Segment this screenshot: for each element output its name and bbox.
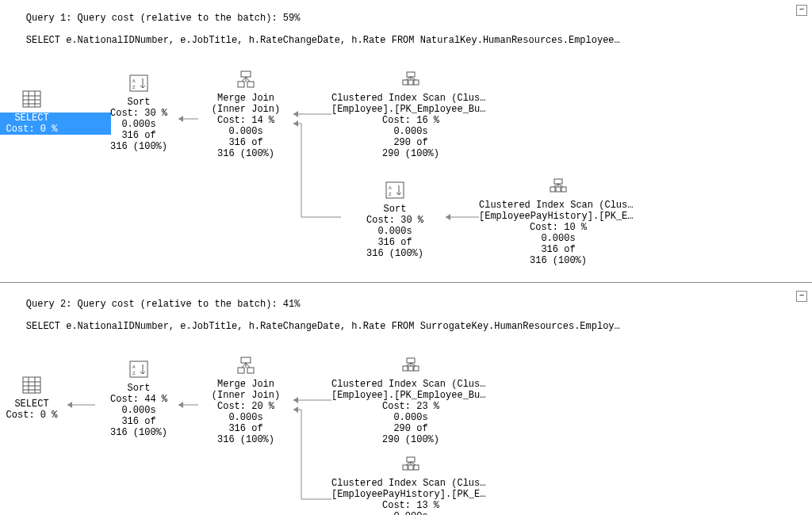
q2-scan2-obj: [EmployeePayHistory].[PK_Emp…: [331, 489, 490, 500]
svg-rect-47: [414, 366, 419, 371]
query1-sql-line: SELECT e.NationalIDNumber, e.JobTitle, h…: [26, 35, 620, 46]
query1-plan: SELECT Cost: 0 % AZ Sort Cost: 30 % 0.00…: [0, 59, 812, 280]
q2-scan-pct: 290 (100%): [331, 434, 490, 445]
sort2-rows: 316 of: [316, 237, 474, 248]
svg-rect-43: [247, 368, 254, 373]
query2-collapse-button[interactable]: −: [796, 291, 807, 302]
q2-merge-cost: Cost: 20 %: [167, 401, 325, 412]
svg-rect-27: [561, 187, 566, 192]
query1-node-scan-payhistory[interactable]: Clustered Index Scan (Cluste… [EmployeeP…: [479, 177, 638, 266]
svg-rect-16: [247, 82, 254, 87]
svg-rect-25: [550, 187, 555, 192]
query2-plan: SELECT Cost: 0 % AZ Sort Cost: 44 % 0.00…: [0, 345, 812, 515]
merge-time: 0.000s: [167, 126, 325, 137]
index-scan-icon: [401, 357, 420, 374]
merge-cost: Cost: 14 %: [167, 115, 325, 126]
svg-rect-15: [238, 82, 244, 87]
q2-merge-time: 0.000s: [167, 412, 325, 423]
svg-rect-19: [408, 80, 413, 85]
svg-rect-5: [23, 91, 40, 107]
query2-node-merge[interactable]: Merge Join (Inner Join) Cost: 20 % 0.000…: [167, 357, 325, 445]
query1-node-scan-employee[interactable]: Clustered Index Scan (Cluste… [Employee]…: [331, 71, 490, 159]
scan2-op: Clustered Index Scan (Cluste…: [479, 200, 638, 211]
q2-merge-rows: 316 of: [167, 423, 325, 434]
index-scan-icon: [401, 456, 420, 473]
sort-icon: AZ: [129, 360, 148, 378]
query1-cost-line: Query 1: Query cost (relative to the bat…: [26, 13, 301, 24]
q2-scan-time: 0.000s: [331, 412, 490, 423]
scan2-time: 0.000s: [479, 233, 638, 244]
scan-cost: Cost: 16 %: [331, 115, 490, 126]
query1-header: Query 1: Query cost (relative to the bat…: [0, 0, 791, 59]
query2-sql-line: SELECT e.NationalIDNumber, e.JobTitle, h…: [26, 321, 620, 332]
scan2-rows: 316 of: [479, 244, 638, 255]
index-scan-icon: [549, 177, 568, 195]
q2-scan2-time: 0.000s: [331, 511, 490, 515]
q2-scan-cost: Cost: 23 %: [331, 401, 490, 412]
q2-scan2-cost: Cost: 13 %: [331, 500, 490, 511]
q2-merge-pct: 316 (100%): [167, 434, 325, 445]
q2-merge-op: Merge Join: [167, 379, 325, 390]
query1-block: Query 1: Query cost (relative to the bat…: [0, 0, 812, 280]
scan-pct: 290 (100%): [331, 148, 490, 159]
sort2-cost: Cost: 30 %: [316, 215, 474, 226]
merge-join-icon: [236, 71, 255, 88]
svg-rect-41: [241, 357, 251, 363]
svg-rect-44: [407, 358, 415, 363]
merge-op: Merge Join: [167, 93, 325, 104]
query2-header: Query 2: Query cost (relative to the bat…: [0, 286, 791, 345]
scan-obj: [Employee].[PK_Employee_Busi…: [331, 104, 490, 115]
sort2-pct: 316 (100%): [316, 248, 474, 259]
sort2-time: 0.000s: [316, 226, 474, 237]
sort2-op: Sort: [316, 204, 474, 215]
svg-text:A: A: [132, 78, 136, 84]
svg-rect-32: [23, 377, 40, 393]
query2-node-scan-employee[interactable]: Clustered Index Scan (Cluste… [Employee]…: [331, 357, 490, 445]
scan-op: Clustered Index Scan (Cluste…: [331, 93, 490, 104]
svg-rect-46: [408, 366, 413, 371]
scan-time: 0.000s: [331, 126, 490, 137]
svg-rect-17: [407, 72, 415, 77]
q2-scan-obj: [Employee].[PK_Employee_Busi…: [331, 390, 490, 401]
svg-rect-51: [414, 465, 419, 470]
svg-text:A: A: [389, 185, 392, 191]
svg-rect-24: [554, 179, 562, 184]
sort-icon: AZ: [129, 74, 148, 92]
svg-text:Z: Z: [132, 371, 136, 376]
index-scan-icon: [401, 71, 420, 88]
query-separator: [0, 282, 812, 283]
svg-rect-26: [556, 187, 561, 192]
q2-merge-sub: (Inner Join): [167, 390, 325, 401]
svg-text:Z: Z: [132, 85, 136, 90]
svg-text:Z: Z: [389, 192, 392, 197]
svg-rect-48: [407, 457, 415, 462]
svg-rect-20: [414, 80, 419, 85]
q2-scan-op: Clustered Index Scan (Cluste…: [331, 379, 490, 390]
svg-rect-49: [403, 465, 408, 470]
svg-rect-18: [403, 80, 408, 85]
merge-rows: 316 of: [167, 137, 325, 148]
svg-rect-42: [238, 368, 244, 373]
query1-collapse-button[interactable]: −: [796, 5, 807, 16]
table-icon: [22, 90, 41, 108]
scan-rows: 290 of: [331, 137, 490, 148]
scan2-cost: Cost: 10 %: [479, 222, 638, 233]
query2-node-scan-payhistory[interactable]: Clustered Index Scan (Cluste… [EmployeeP…: [331, 456, 490, 515]
merge-join-icon: [236, 357, 255, 374]
table-icon: [22, 376, 41, 394]
query1-node-sort2[interactable]: AZ Sort Cost: 30 % 0.000s 316 of 316 (10…: [316, 181, 474, 259]
query2-block: Query 2: Query cost (relative to the bat…: [0, 286, 812, 515]
q2-scan2-op: Clustered Index Scan (Cluste…: [331, 478, 490, 489]
scan2-obj: [EmployeePayHistory].[PK_Emp…: [479, 211, 638, 222]
scan2-pct: 316 (100%): [479, 255, 638, 266]
svg-rect-50: [408, 465, 413, 470]
svg-text:A: A: [132, 364, 136, 370]
query1-node-merge[interactable]: Merge Join (Inner Join) Cost: 14 % 0.000…: [167, 71, 325, 159]
merge-pct: 316 (100%): [167, 148, 325, 159]
q2-scan-rows: 290 of: [331, 423, 490, 434]
svg-rect-14: [241, 71, 251, 77]
svg-rect-45: [403, 366, 408, 371]
sort-icon: AZ: [385, 181, 404, 199]
query2-cost-line: Query 2: Query cost (relative to the bat…: [26, 299, 301, 310]
merge-sub: (Inner Join): [167, 104, 325, 115]
